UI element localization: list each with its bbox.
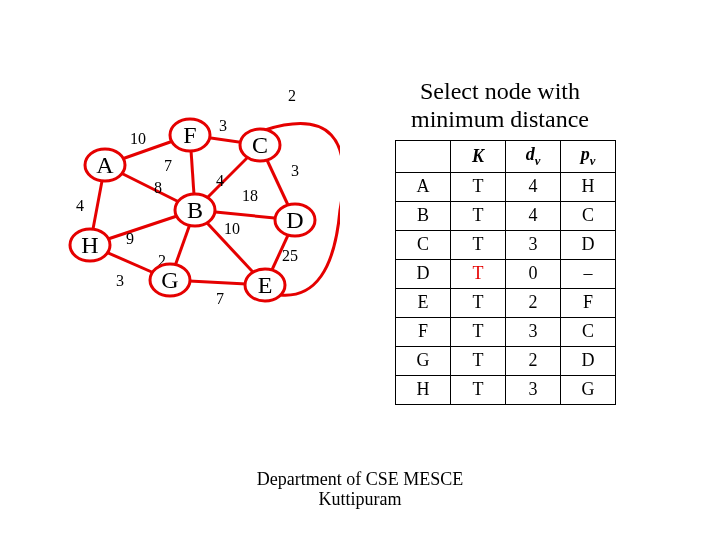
- cell: T: [451, 201, 506, 230]
- nodes-group: AFCBDHGE: [70, 119, 315, 301]
- cell: T: [451, 317, 506, 346]
- node-label-G: G: [161, 267, 178, 293]
- cell: 4: [506, 172, 561, 201]
- cell: C: [396, 230, 451, 259]
- cell: C: [561, 201, 616, 230]
- cell: B: [396, 201, 451, 230]
- col-k: K: [451, 141, 506, 173]
- col-dv: dv: [506, 141, 561, 173]
- cell: A: [396, 172, 451, 201]
- cell: G: [561, 375, 616, 404]
- cell: T: [451, 375, 506, 404]
- edge-weight-H-B: 9: [126, 230, 134, 247]
- title-line1: Select node with: [420, 78, 580, 104]
- cell: 4: [506, 201, 561, 230]
- table-row: DT0–: [396, 259, 616, 288]
- edge-weight-curve: 2: [288, 87, 296, 104]
- edge-weight-D-E: 25: [282, 247, 298, 264]
- cell: 3: [506, 230, 561, 259]
- table-body: AT4HBT4CCT3DDT0–ET2FFT3CGT2DHT3G: [396, 172, 616, 404]
- cell: 3: [506, 375, 561, 404]
- edge-weight-C-B: 4: [216, 172, 224, 189]
- cell: F: [396, 317, 451, 346]
- cell: D: [396, 259, 451, 288]
- cell: H: [561, 172, 616, 201]
- edge-weight-A-H: 4: [76, 197, 84, 214]
- edge-weight-B-D: 10: [224, 220, 240, 237]
- cell: –: [561, 259, 616, 288]
- table-header-row: K dv pv: [396, 141, 616, 173]
- cell: T: [451, 230, 506, 259]
- edge-weight-F-B: 8: [154, 179, 162, 196]
- distance-table: K dv pv AT4HBT4CCT3DDT0–ET2FFT3CGT2DHT3G: [395, 140, 616, 405]
- table-row: HT3G: [396, 375, 616, 404]
- cell: 2: [506, 288, 561, 317]
- cell: H: [396, 375, 451, 404]
- node-label-F: F: [183, 122, 196, 148]
- cell: T: [451, 259, 506, 288]
- edge-weight-A-F: 10: [130, 130, 146, 147]
- edge-weight-G-E: 7: [216, 290, 224, 307]
- cell: 0: [506, 259, 561, 288]
- footer-line1: Department of CSE MESCE: [257, 469, 463, 489]
- node-label-E: E: [258, 272, 273, 298]
- table-row: BT4C: [396, 201, 616, 230]
- col-blank: [396, 141, 451, 173]
- table-row: GT2D: [396, 346, 616, 375]
- edge-weight-H-G: 3: [116, 272, 124, 289]
- node-label-B: B: [187, 197, 203, 223]
- cell: 3: [506, 317, 561, 346]
- cell: C: [561, 317, 616, 346]
- cell: E: [396, 288, 451, 317]
- cell: D: [561, 346, 616, 375]
- col-pv: pv: [561, 141, 616, 173]
- table-row: AT4H: [396, 172, 616, 201]
- edge-weight-B-E: 18: [242, 187, 258, 204]
- cell: G: [396, 346, 451, 375]
- table-row: CT3D: [396, 230, 616, 259]
- footer: Department of CSE MESCE Kuttipuram: [0, 470, 720, 510]
- edge-weight-C-D: 3: [291, 162, 299, 179]
- cell: 2: [506, 346, 561, 375]
- edge-weight-F-C: 3: [219, 117, 227, 134]
- table-row: ET2F: [396, 288, 616, 317]
- footer-line2: Kuttipuram: [319, 489, 402, 509]
- node-label-A: A: [96, 152, 114, 178]
- node-label-H: H: [81, 232, 98, 258]
- title-line2: minimum distance: [411, 106, 589, 132]
- cell: D: [561, 230, 616, 259]
- edge-weight-A-B: 7: [164, 157, 172, 174]
- cell: T: [451, 346, 506, 375]
- table-row: FT3C: [396, 317, 616, 346]
- cell: F: [561, 288, 616, 317]
- cell: T: [451, 172, 506, 201]
- node-label-C: C: [252, 132, 268, 158]
- cell: T: [451, 288, 506, 317]
- slide: Select node with minimum distance 2 1037…: [0, 0, 720, 540]
- node-label-D: D: [286, 207, 303, 233]
- slide-title: Select node with minimum distance: [370, 78, 630, 133]
- graph-diagram: 2 103748431093271825 AFCBDHGE: [60, 80, 340, 320]
